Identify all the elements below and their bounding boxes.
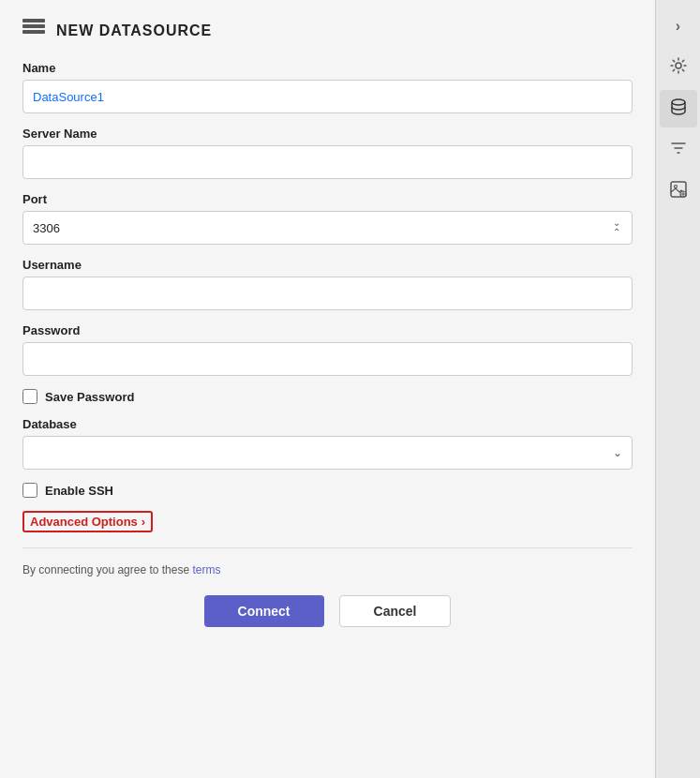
- datasource-icon: [22, 19, 45, 42]
- username-input[interactable]: [22, 277, 633, 310]
- header: NEW DATASOURCE: [22, 19, 633, 42]
- advanced-options-row: Advanced Options ›: [22, 511, 633, 548]
- username-field-group: Username: [22, 258, 633, 310]
- name-field-group: Name: [22, 61, 633, 113]
- sidebar-item-chevron[interactable]: ›: [660, 7, 697, 45]
- save-password-label: Save Password: [45, 390, 134, 404]
- svg-point-3: [676, 63, 681, 68]
- filter-icon: [669, 139, 688, 162]
- sidebar: ›: [655, 0, 700, 778]
- terms-row: By connecting you agree to these terms: [22, 563, 633, 576]
- sidebar-item-image-settings[interactable]: [660, 172, 697, 210]
- database-label: Database: [22, 417, 633, 431]
- server-name-label: Server Name: [22, 127, 633, 141]
- name-label: Name: [22, 61, 633, 75]
- port-value: 3306: [33, 221, 611, 235]
- password-field-group: Password: [22, 323, 633, 376]
- port-up-button[interactable]: ⌃: [611, 228, 622, 237]
- main-panel: NEW DATASOURCE Name Server Name Port 330…: [0, 0, 655, 778]
- image-settings-icon: [669, 180, 688, 203]
- enable-ssh-row: Enable SSH: [22, 483, 633, 498]
- svg-point-6: [674, 185, 677, 187]
- database-icon: [669, 97, 688, 121]
- password-label: Password: [22, 323, 633, 337]
- port-label: Port: [22, 192, 633, 206]
- connect-button[interactable]: Connect: [204, 595, 324, 627]
- database-dropdown-arrow-icon: ⌄: [613, 446, 622, 459]
- name-input[interactable]: [22, 80, 633, 113]
- password-input[interactable]: [22, 342, 633, 376]
- enable-ssh-label: Enable SSH: [45, 484, 113, 498]
- advanced-options-arrow-icon: ›: [141, 515, 145, 529]
- sidebar-item-filter[interactable]: [660, 131, 697, 169]
- svg-rect-2: [22, 30, 45, 34]
- advanced-options-link[interactable]: Advanced Options ›: [22, 511, 153, 532]
- database-field-group: Database ⌄: [22, 417, 633, 470]
- sidebar-item-database[interactable]: [660, 90, 697, 127]
- svg-point-4: [672, 99, 685, 105]
- sidebar-item-settings[interactable]: [660, 49, 697, 86]
- enable-ssh-checkbox[interactable]: [22, 483, 37, 498]
- advanced-options-label: Advanced Options: [30, 515, 138, 529]
- username-label: Username: [22, 258, 633, 272]
- svg-rect-0: [22, 19, 45, 22]
- terms-link[interactable]: terms: [192, 563, 220, 576]
- server-name-input[interactable]: [22, 145, 633, 179]
- terms-text: By connecting you agree to these: [22, 563, 192, 576]
- chevron-right-icon: ›: [676, 18, 680, 35]
- database-wrapper[interactable]: ⌄: [22, 436, 633, 470]
- server-name-field-group: Server Name: [22, 127, 633, 179]
- save-password-checkbox[interactable]: [22, 389, 37, 404]
- actions-row: Connect Cancel: [22, 595, 633, 627]
- port-wrapper: 3306 ⌄ ⌃: [22, 211, 633, 245]
- save-password-row: Save Password: [22, 389, 633, 404]
- cancel-button[interactable]: Cancel: [339, 595, 452, 627]
- port-controls: ⌄ ⌃: [611, 218, 622, 237]
- gear-icon: [669, 56, 688, 80]
- svg-rect-1: [22, 24, 45, 28]
- port-field-group: Port 3306 ⌄ ⌃: [22, 192, 633, 245]
- page-title: NEW DATASOURCE: [56, 22, 212, 39]
